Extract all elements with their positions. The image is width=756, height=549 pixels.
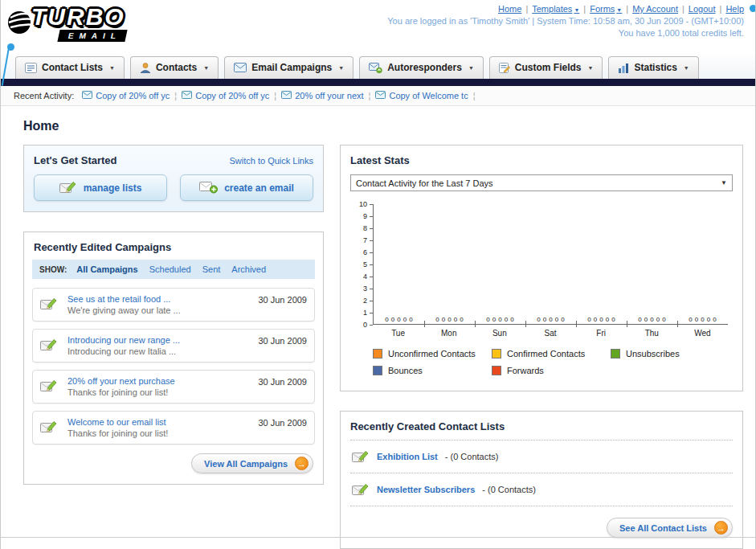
- campaign-title-link[interactable]: Introducing our new range ...: [67, 335, 251, 345]
- tab-label: Custom Fields: [515, 62, 582, 73]
- recent-campaigns-title: Recently Edited Campaigns: [24, 232, 323, 260]
- campaign-text: 20% off your next purchaseThanks for joi…: [67, 376, 251, 397]
- contact-list-link[interactable]: Newsletter Subscribers: [377, 485, 475, 494]
- chart-value-group: 00000: [525, 316, 576, 323]
- tab-contacts[interactable]: Contacts▼: [130, 56, 219, 79]
- campaign-text: Welcome to our email listThanks for join…: [67, 417, 251, 438]
- y-axis-label: 0: [363, 321, 367, 329]
- top-link-logout[interactable]: Logout: [689, 4, 716, 14]
- nav-separator: |: [720, 4, 722, 14]
- campaign-title-link[interactable]: 20% off your next purchase: [67, 376, 251, 386]
- tab-autoresponders[interactable]: Autoresponders▼: [359, 56, 484, 79]
- x-axis-tick: [576, 321, 577, 327]
- tab-statistics[interactable]: Statistics▼: [608, 56, 698, 79]
- recent-activity-separator: ¦: [369, 91, 371, 100]
- chevron-down-icon: ▼: [109, 65, 115, 71]
- top-link-label: My Account: [632, 4, 678, 14]
- get-started-header: Let's Get Started Switch to Quick Links: [24, 145, 323, 173]
- contact-lists-icon: [25, 63, 37, 73]
- filter-sent[interactable]: Sent: [202, 264, 221, 274]
- edit-envelope-icon: [40, 419, 61, 436]
- recent-activity-separator: ¦: [174, 91, 177, 100]
- legend-swatch: [492, 366, 501, 375]
- recent-activity-bar: Recent Activity: Copy of 20% off yc¦Copy…: [1, 86, 755, 106]
- top-link-home[interactable]: Home: [498, 4, 521, 14]
- chart-value: 0: [435, 316, 439, 323]
- see-all-contact-lists-label: See All Contact Lists: [619, 523, 707, 533]
- chart-value: 0: [555, 316, 558, 323]
- chart-value: 0: [561, 316, 564, 323]
- campaign-title-link[interactable]: Welcome to our email list: [67, 417, 251, 427]
- x-axis-label: Wed: [677, 329, 728, 338]
- campaign-text: See us at the retail food ...We're givin…: [67, 294, 251, 315]
- logo-email-text: EMAIL: [57, 30, 127, 42]
- manage-lists-button[interactable]: manage lists: [34, 174, 167, 201]
- y-axis-label: 4: [363, 272, 367, 281]
- top-link-forms[interactable]: Forms▼: [590, 4, 622, 14]
- chart-value: 0: [492, 316, 496, 323]
- nav-separator: |: [682, 4, 684, 14]
- top-link-label: Forms: [590, 4, 615, 14]
- create-email-button[interactable]: create an email: [180, 174, 313, 201]
- top-link-my-account[interactable]: My Account: [632, 4, 678, 14]
- tab-custom-fields[interactable]: Custom Fields▼: [489, 56, 603, 79]
- campaign-title-link[interactable]: See us at the retail food ...: [67, 294, 251, 304]
- filter-archived[interactable]: Archived: [231, 264, 266, 274]
- email-campaigns-icon: [234, 63, 247, 72]
- campaign-date: 30 Jun 2009: [258, 377, 307, 387]
- chart-value: 0: [606, 316, 609, 323]
- envelope-icon: [182, 91, 192, 100]
- chevron-down-icon: ▼: [468, 65, 474, 71]
- filter-scheduled[interactable]: Scheduled: [149, 264, 191, 274]
- envelope-icon: [375, 91, 386, 100]
- chevron-down-icon: ▼: [616, 7, 622, 13]
- logo-text: TURBO EMAIL: [31, 3, 126, 42]
- y-axis-label: 10: [359, 200, 367, 208]
- chart-value: 0: [537, 316, 540, 323]
- edit-envelope-icon: [59, 179, 77, 196]
- header-right: Home|Templates▼|Forms▼|My Account|Logout…: [387, 4, 744, 38]
- recent-activity-separator: ¦: [274, 91, 276, 100]
- x-axis-label: Thu: [627, 329, 677, 338]
- x-axis-label: Sun: [474, 329, 525, 338]
- tab-label: Autoresponders: [387, 62, 462, 73]
- x-axis-label: Tue: [373, 329, 423, 338]
- x-axis-tick: [627, 321, 627, 327]
- chevron-down-icon: ▼: [588, 65, 594, 71]
- top-link-help[interactable]: Help: [725, 4, 744, 14]
- view-all-campaigns-button[interactable]: View All Campaigns →: [191, 453, 313, 473]
- app-logo[interactable]: TURBO EMAIL: [7, 3, 126, 42]
- contact-list-item: Exhibition List- (0 Contacts): [350, 440, 733, 473]
- chart-value: 0: [510, 316, 513, 323]
- recent-activity-item[interactable]: 20% off your next: [281, 91, 363, 100]
- tab-email-campaigns[interactable]: Email Campaigns▼: [224, 56, 353, 79]
- recent-activity-item-label: Copy of 20% off yc: [195, 91, 269, 100]
- tab-contact-lists[interactable]: Contact Lists▼: [15, 56, 125, 79]
- contact-list-link[interactable]: Exhibition List: [377, 452, 438, 461]
- chart-value: 0: [385, 316, 388, 323]
- new-email-icon: [199, 180, 218, 196]
- chart-value: 0: [391, 316, 394, 323]
- chart-value: 0: [549, 316, 552, 323]
- recent-activity-item[interactable]: Copy of Welcome tc: [375, 91, 468, 100]
- edit-envelope-icon: [40, 378, 61, 395]
- get-started-panel: Let's Get Started Switch to Quick Links …: [23, 145, 324, 212]
- stats-period-select[interactable]: Contact Activity for the Last 7 Days ▼: [350, 174, 733, 191]
- switch-quick-links-link[interactable]: Switch to Quick Links: [229, 156, 313, 166]
- contact-list-item: Newsletter Subscribers- (0 Contacts): [350, 473, 733, 506]
- recent-activity-item[interactable]: Copy of 20% off yc: [182, 91, 269, 100]
- get-started-title: Let's Get Started: [24, 145, 127, 173]
- envelope-icon: [281, 91, 292, 100]
- filter-all-campaigns[interactable]: All Campaigns: [76, 264, 137, 274]
- custom-fields-icon: [499, 63, 510, 73]
- edit-envelope-icon: [40, 337, 61, 354]
- see-all-contact-lists-button[interactable]: See All Contact Lists →: [607, 518, 733, 538]
- tab-label: Statistics: [634, 62, 676, 73]
- nav-separator: |: [525, 4, 528, 14]
- recent-activity-item[interactable]: Copy of 20% off yc: [82, 91, 170, 100]
- top-link-templates[interactable]: Templates▼: [532, 4, 579, 14]
- tab-label: Contacts: [156, 62, 197, 73]
- credits-info: You have 1,000 total credits left.: [387, 28, 744, 38]
- contact-activity-chart: 109876543210 000000000000000000000000000…: [353, 204, 728, 338]
- chart-value: 0: [587, 316, 590, 323]
